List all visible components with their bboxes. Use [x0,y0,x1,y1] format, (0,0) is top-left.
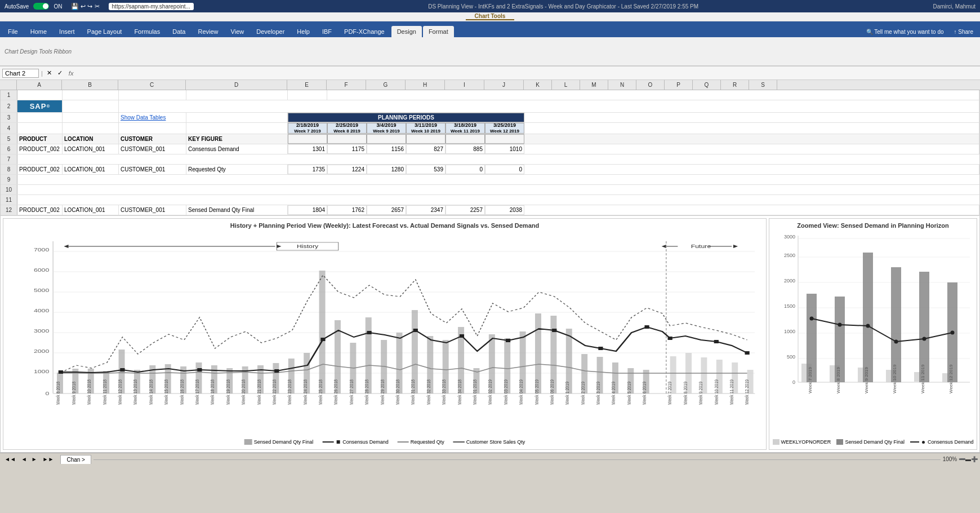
col-s[interactable]: S [749,80,777,90]
name-box[interactable] [2,69,39,78]
svg-text:Week 7 2019: Week 7 2019 [808,366,813,393]
col-q[interactable]: Q [693,80,721,90]
svg-text:3000: 3000 [784,234,795,240]
col-k[interactable]: K [524,80,552,90]
product-1[interactable]: PRODUCT_002 [17,144,63,154]
svg-text:500: 500 [787,354,795,360]
svg-text:Week 6 2019: Week 6 2019 [641,382,647,405]
col-p[interactable]: P [665,80,693,90]
svg-text:Week 06 2019: Week 06 2019 [549,379,555,405]
svg-text:Week 11 2019: Week 11 2019 [728,379,734,405]
tab-insert[interactable]: Insert [54,26,81,37]
tab-design[interactable]: Design [391,26,422,37]
sheet-tabs-bar: ◄◄ ◄ ► ►► Chan > 100% ➖▬➕ [0,453,980,465]
col-i[interactable]: I [445,80,484,90]
fx-label: fx [66,70,76,77]
row-2: 2 SAP ® [1,100,979,113]
svg-text:Week 31 2018: Week 31 2018 [409,379,416,405]
tab-ibf[interactable]: IBF [317,26,337,37]
formula-bar: | ✕ ✓ fx [0,67,980,80]
formula-divider: | [41,70,43,77]
zoom-controls[interactable]: 100% ➖▬➕ [943,456,978,462]
svg-text:Week 12 2018: Week 12 2018 [117,379,123,405]
location-1[interactable]: LOCATION_001 [63,144,119,154]
svg-text:Week 18 2018: Week 18 2018 [209,379,215,405]
col-j[interactable]: J [484,80,524,90]
autosave-toggle[interactable] [33,3,49,10]
col-g[interactable]: G [366,80,406,90]
customer-1[interactable]: CUSTOMER_001 [119,144,186,154]
svg-text:Week 02 2019: Week 02 2019 [487,379,493,405]
main-chart[interactable]: History + Planning Period View (Weekly):… [3,218,767,450]
col-c[interactable]: C [118,80,186,90]
svg-text:Week 32 2018: Week 32 2018 [425,379,431,405]
svg-text:Week 26 2018: Week 26 2018 [332,379,338,405]
row-10: 10 [1,185,979,195]
col-headers: A B C D E F G H I J K L M N O P Q R S [0,80,980,90]
tab-data[interactable]: Data [167,26,191,37]
tab-page-layout[interactable]: Page Layout [82,26,128,37]
tab-navigation-right[interactable]: ►► [41,456,56,462]
col-h[interactable]: H [406,80,445,90]
svg-text:1000: 1000 [784,329,795,334]
week7-header: 2/18/2019 Week 7 2019 [288,123,327,134]
col-d[interactable]: D [186,80,287,90]
svg-point-166 [894,340,898,344]
show-data-tables-link[interactable]: Show Data Tables [119,113,186,122]
tab-navigation-left[interactable]: ◄◄ [2,456,18,462]
svg-text:Week 8 2019: Week 8 2019 [682,382,688,405]
tab-view[interactable]: View [225,26,250,37]
svg-rect-76 [120,368,124,372]
tab-help[interactable]: Help [291,26,315,37]
col-l[interactable]: L [552,80,580,90]
tab-pdf-xchange[interactable]: PDF-XChange [338,26,390,37]
sheet-tab-chan[interactable]: Chan > [60,455,91,464]
tell-me[interactable]: 🔍 Tell me what you want to do [862,26,948,37]
tab-review[interactable]: Review [192,26,224,37]
zoom-chart[interactable]: Zoomed View: Sensed Demand in Planning H… [769,218,977,450]
col-m[interactable]: M [580,80,608,90]
share-btn[interactable]: ↑ Share [950,26,978,37]
svg-text:0: 0 [45,391,49,396]
charts-area: History + Planning Period View (Weekly):… [0,216,980,453]
col-f[interactable]: F [327,80,366,90]
cancel-formula[interactable]: ✕ [45,69,54,77]
chart-tools-label: Chart Tools [466,13,515,20]
svg-text:Week 10 2019: Week 10 2019 [712,379,719,405]
svg-text:Week 8 2019: Week 8 2019 [836,366,841,393]
svg-rect-135 [773,230,975,416]
svg-text:Week 16 2018: Week 16 2018 [178,379,184,405]
tab-format[interactable]: Format [423,26,454,37]
tab-home[interactable]: Home [25,26,52,37]
svg-rect-78 [274,369,279,373]
svg-text:4000: 4000 [34,308,49,313]
col-e[interactable]: E [287,80,327,90]
toolbar-icons: 💾 ↩ ↪ ✂ [71,3,99,10]
col-b[interactable]: B [62,80,118,90]
keyfigure-1[interactable]: Consensus Demand [186,144,288,154]
tab-file[interactable]: File [2,26,24,37]
customer-header: CUSTOMER [119,134,186,144]
row-1: 1 [1,90,979,100]
formula-input[interactable] [78,70,978,77]
svg-point-163 [810,317,814,321]
svg-text:Week 30 2018: Week 30 2018 [394,379,400,405]
svg-text:Week 5 2019: Week 5 2019 [626,382,632,405]
confirm-formula[interactable]: ✓ [56,69,64,77]
svg-text:Week 29 2018: Week 29 2018 [378,379,385,405]
svg-text:Week 01 2018: Week 01 2018 [471,379,478,405]
col-r[interactable]: R [721,80,749,90]
tab-developer[interactable]: Developer [251,26,290,37]
user-name: Damirci, Mahmut [933,3,975,10]
svg-text:3000: 3000 [34,328,49,334]
svg-rect-84 [552,329,556,332]
svg-text:History: History [297,244,319,249]
tab-navigation-forward[interactable]: ► [30,456,38,462]
tab-navigation-back[interactable]: ◄ [20,456,28,462]
col-n[interactable]: N [608,80,636,90]
url-bar[interactable]: https://sapnam-my.sharepoint... [109,3,194,10]
col-o[interactable]: O [636,80,665,90]
week8-header: 2/25/2019 Week 8 2019 [327,123,367,134]
tab-formulas[interactable]: Formulas [128,26,166,37]
col-a[interactable]: A [17,80,62,90]
